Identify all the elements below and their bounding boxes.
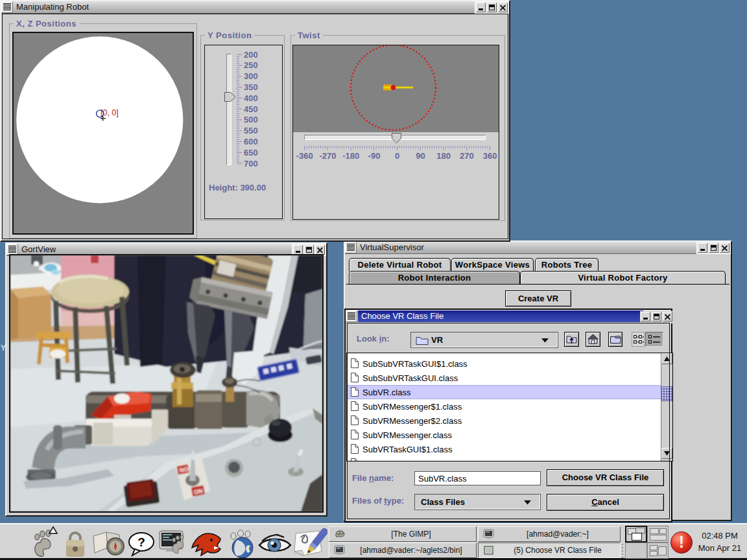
svg-text:?: ? xyxy=(137,535,145,549)
